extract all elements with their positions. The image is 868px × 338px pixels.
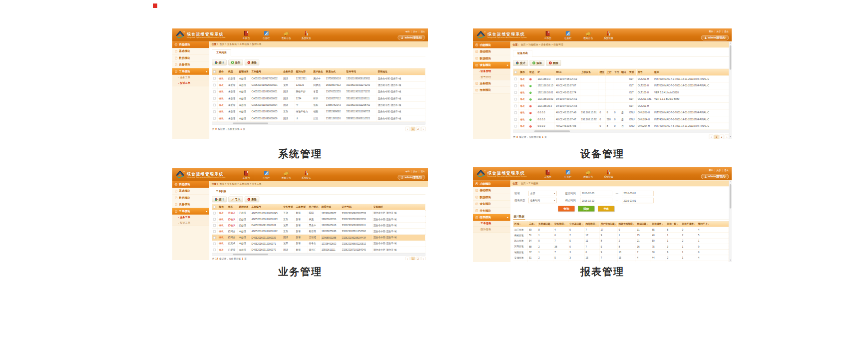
table-row[interactable]: 修改未受理未处理CA05201611090000004固话卡张阳13665762… [212,102,426,108]
table-row[interactable]: 修改未受理未处理CA05201610926000001宽带123123同梦志15… [212,82,426,88]
edit-link[interactable]: 修改 [219,224,224,227]
page-button[interactable]: ‹ [406,257,410,260]
add-button[interactable]: 添加 [530,60,544,65]
sort-icon[interactable]: ▾ [677,223,678,225]
row-checkbox[interactable] [213,224,216,227]
table-row[interactable]: 修改已受理未处理D40520160912000070固话新装黄河汇1955161… [212,247,426,253]
row-checkbox[interactable] [213,117,216,120]
top-link[interactable]: 关于 [717,30,721,33]
page-button[interactable]: 1 [714,135,719,139]
top-link[interactable]: 帮助 [709,30,713,33]
table-row[interactable]: 凤山街道5407511822150121 [513,238,729,244]
edit-link[interactable]: 修改 [219,212,224,215]
sidebar-item-expanded[interactable]: 报表模块▸ [473,214,510,221]
page-button[interactable]: › [725,135,729,139]
user-badge[interactable]: admin(管理员) [398,35,425,40]
top-link[interactable]: 帮助 [406,170,410,173]
table-row[interactable]: 修改192.168.35.3D4:10:07:09:CA:A6OLTOLT201… [513,102,729,109]
horizontal-scrollbar[interactable] [513,130,729,132]
row-checkbox[interactable] [213,249,216,251]
page-button[interactable]: 1 [411,127,415,131]
sidebar-item[interactable]: 数据模块 [172,55,209,61]
sidebar-subitem[interactable]: 业务工单 [172,75,209,81]
add-button[interactable]: 添加 [228,60,243,65]
sidebar-subitem[interactable]: 投诉报表 [473,227,510,233]
edit-link[interactable]: 修改 [219,230,224,233]
top-link[interactable]: 帮助 [709,169,713,172]
scrollbar-thumb[interactable] [534,130,570,132]
sidebar-item[interactable]: 报表模块 [473,87,510,94]
sort-icon[interactable]: ▾ [615,223,616,225]
page-button[interactable]: 2 [416,127,421,131]
sidebar-item[interactable]: 数据模块 [473,55,510,62]
edit-link[interactable]: 修改 [219,242,224,245]
nav-item-notice[interactable]: 通知公告 [581,169,595,179]
edit-link[interactable]: 修改 [520,111,525,114]
nav-item-workbench[interactable]: 工作台 [239,30,254,40]
sidebar-item[interactable]: 基础模块 [172,188,209,194]
sidebar-item-expanded[interactable]: 工单模块▸ [172,208,209,214]
sidebar-subitem[interactable]: 型号管理 [473,74,510,80]
sidebar-item[interactable]: 设备模块 [172,61,209,68]
page-button[interactable]: › [421,257,426,260]
row-checkbox[interactable] [213,104,216,106]
edit-link[interactable]: 修改 [219,103,224,106]
top-link[interactable]: 退出 [724,169,729,172]
sidebar-item[interactable]: 数据模块 [473,194,510,201]
scrollbar-thumb[interactable] [730,184,731,209]
top-link[interactable]: 关于 [413,170,418,173]
scrollbar-thumb[interactable] [233,254,268,255]
nav-item-settings[interactable]: 系统设置 [299,30,314,40]
table-row[interactable]: 修改192.168.10.0140:C2:45:00:12:74OLTOLT10… [513,89,729,96]
select-all-checkbox[interactable] [213,206,216,208]
vertical-scrollbar[interactable]: ▲▼ [729,180,732,262]
top-link[interactable]: 关于 [413,30,418,33]
row-checkbox[interactable] [213,90,216,93]
table-row[interactable]: 河西街道8823807583675319 [513,244,729,249]
table-row[interactable]: 修改192.168.10.02D4:10:07:09:CA:A1OLTOLT20… [513,96,729,103]
table-row[interactable]: 城南街道371736913730910 [513,250,729,255]
sidebar-item-expanded[interactable]: 设备模块▸ [473,62,510,69]
table-row[interactable]: 修改待确认已处理AN05201609120000245互动新装陈阳1333666… [212,210,426,216]
page-button[interactable]: ‹ [709,135,714,139]
sidebar-subitem[interactable]: 业务工单 [172,215,209,221]
scrollbar-thumb[interactable] [730,45,731,70]
table-row[interactable]: 城北街道4514110631238102 [513,261,729,262]
table-row[interactable]: 修改0.0.0.040:C2:45:20:67:47192.168.10.920… [513,116,729,123]
delete-button[interactable]: 删除 [546,60,561,65]
chart-pie-button[interactable]: 统计 [212,60,226,65]
table-row[interactable]: 修改未受理未处理CA05201611090000002固话1234韩宇15618… [212,95,426,101]
edit-link[interactable]: 修改 [219,218,224,221]
sort-icon[interactable]: ▾ [582,223,583,225]
edit-link[interactable]: 修改 [520,125,525,128]
page-button[interactable]: ‹ [406,127,410,131]
nav-item-workbench[interactable]: 工作台 [239,170,254,180]
table-row[interactable]: 修改待确认已处理D40520160912000103宽带新装黑金中1305866… [212,222,426,228]
table-row[interactable]: 修改待回访未处理D40520160912000029固话新装喜恒通1396893… [212,235,426,241]
tab-active[interactable]: 工单列表 [212,189,230,195]
nav-item-notice[interactable]: 通知公告 [279,30,294,40]
sort-icon[interactable]: ▾ [708,223,709,225]
top-link[interactable]: 退出 [724,30,729,33]
top-link[interactable]: 退出 [421,170,425,173]
row-checkbox[interactable] [514,125,517,127]
table-row[interactable]: 修改已受理未处理CA05201610927000002固话12312321测试中… [212,75,426,81]
table-row[interactable]: 安福街道5125315715444214 [513,255,729,261]
vertical-scrollbar[interactable]: ▲▼ [729,41,732,139]
sort-icon[interactable]: ▾ [551,223,552,225]
row-checkbox[interactable] [514,78,517,80]
scroll-up-arrow[interactable]: ▲ [729,181,732,183]
row-checkbox[interactable] [213,97,216,100]
sort-icon[interactable]: ▾ [564,223,565,225]
nav-item-notice[interactable]: 通知公告 [581,30,595,40]
page-button[interactable]: 2 [720,135,724,139]
date-input-from[interactable]: 2016-02-20 [580,191,612,196]
row-checkbox[interactable] [514,105,517,107]
sort-icon[interactable]: ▾ [534,223,535,225]
edit-link[interactable]: 修改 [219,248,224,251]
delete-button[interactable]: 删除 [245,60,259,65]
sidebar-item-expanded[interactable]: 工单模块▸ [172,68,209,74]
scroll-down-arrow[interactable]: ▼ [729,136,732,138]
sidebar-item[interactable]: 基础模块 [473,48,510,55]
table-row[interactable]: 汕江街道6984072793165804 [513,227,729,233]
